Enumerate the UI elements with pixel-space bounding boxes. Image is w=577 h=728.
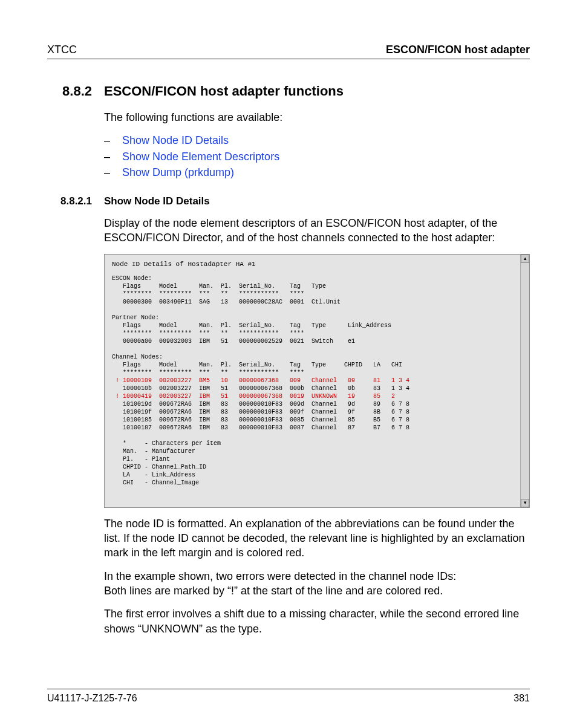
explain-p2-line2: Both lines are marked by “!” at the star… <box>104 585 443 597</box>
scroll-up-button[interactable]: ▴ <box>521 255 529 263</box>
subsection-title: Show Node ID Details <box>104 195 210 207</box>
subsection-heading: 8.8.2.1 Show Node ID Details <box>47 195 530 207</box>
page-footer: U41117-J-Z125-7-76 381 <box>47 689 530 704</box>
section-title: ESCON/FICON host adapter functions <box>104 83 344 99</box>
explain-p1: The node ID is formatted. An explanation… <box>104 516 530 561</box>
list-item: – Show Dump (prkdump) <box>104 165 530 180</box>
link-show-node-elements[interactable]: Show Node Element Descriptors <box>122 149 279 164</box>
node-id-output: Node ID Details of Hostadapter HA #1ESCO… <box>107 257 521 505</box>
scrollbar[interactable]: ▴ ▾ <box>520 255 529 507</box>
subsection-number: 8.8.2.1 <box>47 195 92 207</box>
section-number: 8.8.2 <box>47 83 92 99</box>
list-item: – Show Node ID Details <box>104 133 530 148</box>
explain-p2-line1: In the example shown, two errors were de… <box>104 570 456 582</box>
list-item: – Show Node Element Descriptors <box>104 149 530 164</box>
header-left: XTCC <box>47 44 77 56</box>
function-list: – Show Node ID Details – Show Node Eleme… <box>104 133 530 180</box>
link-show-dump[interactable]: Show Dump (prkdump) <box>122 165 234 180</box>
header-right: ESCON/FICON host adapter <box>386 44 530 56</box>
subsection-intro: Display of the node element descriptors … <box>104 216 530 245</box>
dash-icon: – <box>104 149 110 164</box>
scroll-down-button[interactable]: ▾ <box>521 499 529 507</box>
footer-left: U41117-J-Z125-7-76 <box>47 693 137 704</box>
link-show-node-id[interactable]: Show Node ID Details <box>122 133 229 148</box>
page-header: XTCC ESCON/FICON host adapter <box>47 44 530 59</box>
footer-right: 381 <box>513 693 530 704</box>
explain-p2: In the example shown, two errors were de… <box>104 569 530 599</box>
section-intro: The following functions are available: <box>104 110 530 125</box>
explain-p3: The first error involves a shift due to … <box>104 606 530 636</box>
dash-icon: – <box>104 165 110 180</box>
screenshot-window: ▴ ▾ Node ID Details of Hostadapter HA #1… <box>104 254 530 508</box>
section-heading: 8.8.2 ESCON/FICON host adapter functions <box>47 83 530 99</box>
dash-icon: – <box>104 133 110 148</box>
